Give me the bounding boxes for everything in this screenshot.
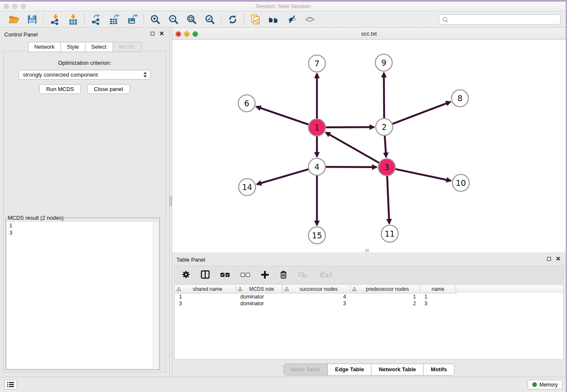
graph-edge-3-10[interactable] <box>396 169 451 181</box>
graph-node-label: 11 <box>385 229 395 238</box>
network-window: ✕ − + scc.txt 1234678910111415 <box>172 28 566 252</box>
graph-edge-2-9[interactable] <box>384 73 384 118</box>
search-icon <box>442 17 449 23</box>
mcds-panel: Optimization criterion: strongly connect… <box>3 51 166 373</box>
control-tab-style[interactable]: Style <box>61 42 85 52</box>
criterion-value: strongly connected component <box>23 72 98 78</box>
status-bar: Memory <box>0 377 566 392</box>
save-session-icon[interactable] <box>26 14 38 25</box>
run-mcds-button[interactable]: Run MCDS <box>39 84 81 94</box>
graph-edge-3-11[interactable] <box>387 176 389 224</box>
memory-status-icon <box>532 382 537 387</box>
graph-edge-2-3[interactable] <box>385 136 386 157</box>
zoom-selected-icon[interactable] <box>204 14 215 25</box>
search-box[interactable] <box>439 14 561 25</box>
table-cell: 3 <box>175 300 236 307</box>
optimization-criterion-label: Optimization criterion: <box>4 60 165 66</box>
refresh-view-icon[interactable] <box>227 14 238 25</box>
app-titlebar: Session: New Session <box>0 2 566 11</box>
control-tab-network[interactable]: Network <box>28 42 61 52</box>
float-table-panel-icon[interactable] <box>547 257 551 261</box>
column-header-name[interactable]: name <box>420 285 456 293</box>
fx-label: f(x) <box>319 271 331 279</box>
table-row[interactable]: 3dominator323 <box>175 300 563 307</box>
mcds-result-title: MCDS result (2 nodes) <box>7 215 64 221</box>
graph-node-label: 14 <box>242 182 252 192</box>
column-header-predecessor-nodes[interactable]: predecessor nodes <box>350 285 420 293</box>
table-toolbar: f(x) <box>174 265 564 284</box>
control-tab-mcds[interactable]: MCDS <box>113 42 141 52</box>
column-header-successor-nodes[interactable]: successor nodes <box>283 285 350 293</box>
graph-node-label: 8 <box>457 94 462 103</box>
import-table-icon[interactable] <box>67 14 79 25</box>
graph-node-label: 3 <box>384 163 389 172</box>
column-visibility-icon[interactable] <box>201 270 210 279</box>
export-image-icon[interactable] <box>127 14 138 25</box>
network-minimize-button[interactable]: − <box>184 31 190 37</box>
settings-gear-icon[interactable] <box>182 270 190 279</box>
close-panel-button[interactable]: Close panel <box>87 84 130 94</box>
result-scrollbar[interactable] <box>153 222 159 369</box>
table-panel: Table Panel ✕ <box>172 254 566 378</box>
zoom-in-icon[interactable] <box>149 14 161 25</box>
eye-icon <box>304 14 316 25</box>
window-title: Session: New Session <box>0 2 566 11</box>
table-tab-motifs[interactable]: Motifs <box>424 364 454 375</box>
splitter-grip[interactable] <box>170 196 172 206</box>
close-window-button[interactable] <box>4 4 9 9</box>
criterion-dropdown[interactable]: strongly connected component <box>19 70 151 80</box>
graph-edge-2-8[interactable] <box>393 102 451 124</box>
column-header-label: MCDS role <box>242 286 281 292</box>
table-row[interactable]: 1dominator411 <box>175 293 563 300</box>
zoom-fit-icon[interactable] <box>186 14 197 25</box>
main-toolbar <box>0 11 566 28</box>
panel-splitter[interactable] <box>169 28 172 377</box>
graphics-details-icon[interactable] <box>286 14 297 25</box>
network-from-selection-icon[interactable] <box>250 14 261 25</box>
open-session-icon[interactable] <box>8 14 19 25</box>
table-tab-edge-table[interactable]: Edge Table <box>328 364 372 375</box>
graph-edge-4-3[interactable] <box>326 167 377 167</box>
maximize-window-button[interactable] <box>21 4 26 9</box>
column-header-shared-name[interactable]: shared name <box>175 285 236 293</box>
canvas-grip[interactable] <box>365 249 369 252</box>
table-cell: 1 <box>350 293 420 300</box>
table-body: 1dominator4113dominator323 <box>175 293 563 307</box>
network-maximize-button[interactable]: + <box>193 31 198 37</box>
control-panel-title: Control Panel <box>4 31 38 38</box>
sort-hierarchy-icon <box>352 287 357 291</box>
close-panel-icon[interactable]: ✕ <box>159 32 164 36</box>
control-tab-select[interactable]: Select <box>85 42 113 52</box>
network-close-button[interactable]: ✕ <box>176 31 181 37</box>
import-network-icon[interactable] <box>49 14 61 25</box>
search-input[interactable] <box>451 16 557 23</box>
task-history-button[interactable] <box>4 380 17 389</box>
close-table-panel-icon[interactable]: ✕ <box>556 257 561 261</box>
zoom-out-icon[interactable] <box>168 14 179 25</box>
graph-edge-4-14[interactable] <box>257 169 308 184</box>
export-table-icon[interactable] <box>108 14 120 25</box>
homes-icon[interactable] <box>268 14 279 25</box>
float-panel-icon[interactable] <box>151 32 154 36</box>
column-header-MCDS-role[interactable]: MCDS role <box>236 285 283 293</box>
dropdown-stepper-icon <box>143 72 147 77</box>
minimize-window-button[interactable] <box>12 4 17 9</box>
memory-button[interactable]: Memory <box>528 380 562 389</box>
content-area: Control Panel ✕ NetworkStyleSelectMCDS O… <box>0 28 566 377</box>
table-tab-node-table[interactable]: Node Table <box>284 364 328 375</box>
delete-column-icon[interactable] <box>279 270 288 279</box>
graph-edge-1-2[interactable] <box>326 127 374 127</box>
export-network-icon[interactable] <box>90 14 102 25</box>
header-filler <box>456 285 563 293</box>
graph-node-label: 4 <box>314 162 319 171</box>
deselect-all-icon[interactable] <box>240 271 250 279</box>
graph-edge-3-1[interactable] <box>326 133 379 163</box>
select-all-icon[interactable] <box>220 271 230 279</box>
graph-edge-1-6[interactable] <box>256 107 308 124</box>
add-column-icon[interactable] <box>261 271 269 279</box>
network-canvas[interactable]: 1234678910111415 <box>172 40 566 252</box>
sort-hierarchy-icon <box>176 287 181 291</box>
table-tab-network-table[interactable]: Network Table <box>372 364 424 375</box>
mcds-result-group: MCDS result (2 nodes) 13 <box>6 215 160 370</box>
graph-node-label: 1 <box>314 123 319 132</box>
